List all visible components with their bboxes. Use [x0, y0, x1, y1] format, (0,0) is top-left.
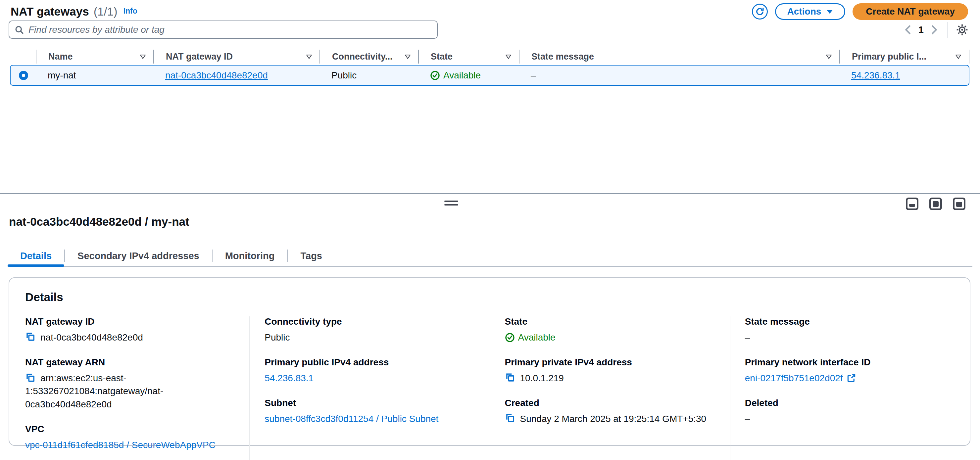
copy-icon[interactable] — [25, 332, 35, 341]
field-label: State message — [745, 316, 956, 327]
actions-button[interactable]: Actions — [775, 3, 846, 20]
page-title-group: NAT gateways (1/1) Info — [11, 5, 137, 18]
details-column-3: State Available Primary private IPv4 add… — [490, 316, 730, 460]
network-interface-link[interactable]: eni-0217f5b751e02d02f — [745, 372, 843, 385]
field-state-message: State message – — [745, 316, 956, 344]
next-page-button[interactable] — [927, 22, 942, 37]
field-value: 10.0.1.219 — [520, 372, 564, 385]
pagination: 1 — [900, 21, 970, 38]
split-panel-border — [0, 193, 980, 194]
field-label: Subnet — [264, 398, 476, 408]
filter-icon[interactable] — [306, 54, 312, 59]
field-label: Deleted — [745, 398, 956, 408]
field-deleted: Deleted – — [745, 398, 956, 425]
divider — [948, 22, 948, 38]
panel-size-full-icon[interactable] — [953, 198, 966, 210]
panel-size-half-icon[interactable] — [929, 198, 942, 210]
page-header: NAT gateways (1/1) Info Actions Create N… — [11, 3, 968, 21]
field-label: NAT gateway ARN — [25, 357, 236, 368]
gear-icon — [956, 23, 969, 36]
details-column-1: NAT gateway ID nat-0ca3bc40d48e82e0d NAT… — [9, 316, 249, 460]
create-nat-gateway-button[interactable]: Create NAT gateway — [853, 3, 968, 20]
split-panel-size-controls — [906, 198, 966, 210]
field-state: State Available — [505, 316, 716, 344]
column-header-connectivity[interactable]: Connectivity... — [320, 50, 418, 63]
tab-tags[interactable]: Tags — [288, 246, 335, 266]
column-header-nat-gateway-id[interactable]: NAT gateway ID — [153, 50, 320, 63]
primary-public-ip-link[interactable]: 54.236.83.1 — [851, 70, 900, 81]
field-connectivity-type: Connectivity type Public — [264, 316, 476, 344]
drag-handle-bar — [444, 204, 458, 206]
refresh-button[interactable] — [752, 4, 768, 19]
create-button-label: Create NAT gateway — [866, 6, 955, 17]
column-header-primary-public-ip[interactable]: Primary public I... — [839, 50, 969, 63]
copy-icon[interactable] — [505, 372, 515, 382]
tab-details[interactable]: Details — [8, 246, 64, 266]
field-value: Public — [264, 331, 290, 344]
details-heading: Details — [25, 290, 970, 304]
nat-gateway-id-link[interactable]: nat-0ca3bc40d48e82e0d — [165, 70, 268, 81]
column-header-state[interactable]: State — [418, 50, 519, 63]
status-available-icon — [505, 333, 515, 343]
split-panel-title: nat-0ca3bc40d48e82e0d / my-nat — [9, 215, 189, 228]
actions-button-label: Actions — [788, 6, 821, 17]
filter-icon[interactable] — [505, 54, 512, 59]
external-link-icon — [847, 374, 856, 382]
field-primary-network-interface-id: Primary network interface ID eni-0217f5b… — [745, 357, 956, 385]
primary-public-ip-link[interactable]: 54.236.83.1 — [264, 372, 313, 385]
field-subnet: Subnet subnet-08ffc3cd3f0d11254 / Public… — [264, 398, 476, 425]
chevron-left-icon — [904, 25, 912, 35]
cell-name: my-nat — [37, 70, 154, 81]
field-value: – — [745, 412, 750, 425]
copy-icon[interactable] — [25, 373, 35, 382]
field-primary-public-ip: Primary public IPv4 address 54.236.83.1 — [264, 357, 476, 385]
tab-monitoring[interactable]: Monitoring — [213, 246, 287, 266]
field-vpc: VPC vpc-011d1f61cfed8185d / SecureWebApp… — [25, 424, 236, 451]
page-title: NAT gateways — [11, 5, 89, 18]
column-label: State message — [531, 52, 594, 62]
row-radio-selected[interactable] — [19, 71, 28, 80]
details-column-4: State message – Primary network interfac… — [730, 316, 970, 460]
refresh-icon — [755, 7, 764, 16]
table-row[interactable]: my-nat nat-0ca3bc40d48e82e0d Public Avai… — [10, 65, 969, 86]
column-label: Primary public I... — [852, 52, 926, 62]
vpc-link[interactable]: vpc-011d1f61cfed8185d / SecureWebAppVPC — [25, 438, 216, 451]
column-header-state-message[interactable]: State message — [519, 50, 839, 63]
selection-column-header — [10, 50, 36, 63]
cell-nat-gateway-id: nat-0ca3bc40d48e82e0d — [154, 70, 320, 81]
current-page[interactable]: 1 — [918, 24, 924, 35]
chevron-right-icon — [931, 25, 938, 35]
filter-icon[interactable] — [826, 54, 832, 59]
field-value: Sunday 2 March 2025 at 19:25:14 GMT+5:30 — [520, 412, 706, 425]
field-label: Primary public IPv4 address — [264, 357, 476, 368]
filter-icon[interactable] — [404, 54, 411, 59]
details-grid: NAT gateway ID nat-0ca3bc40d48e82e0d NAT… — [9, 316, 970, 460]
table-header: Name NAT gateway ID Connectivity... Stat… — [10, 50, 969, 63]
table-settings-button[interactable] — [954, 22, 970, 38]
caret-down-icon — [826, 10, 833, 14]
row-select-cell — [11, 71, 37, 80]
info-link[interactable]: Info — [124, 6, 137, 16]
previous-page-button[interactable] — [900, 22, 915, 37]
filter-icon[interactable] — [955, 54, 961, 59]
cell-state-message: – — [519, 70, 840, 81]
search-input[interactable] — [29, 24, 432, 35]
field-label: Primary network interface ID — [745, 357, 956, 368]
subnet-link[interactable]: subnet-08ffc3cd3f0d11254 / Public Subnet — [264, 412, 438, 425]
split-panel-drag-handle[interactable] — [444, 201, 458, 208]
cell-connectivity: Public — [320, 70, 419, 81]
tab-secondary-ipv4-addresses[interactable]: Secondary IPv4 addresses — [65, 246, 212, 266]
column-header-name[interactable]: Name — [36, 50, 153, 63]
field-value: arn:aws:ec2:us-east-1:533267021084:natga… — [25, 373, 163, 409]
cell-primary-public-ip: 54.236.83.1 — [840, 70, 969, 81]
field-label: State — [505, 316, 716, 327]
field-value: – — [745, 331, 750, 344]
filter-icon[interactable] — [140, 54, 146, 59]
status-available-icon — [430, 70, 440, 81]
copy-icon[interactable] — [505, 413, 515, 423]
details-container: Details NAT gateway ID nat-0ca3bc40d48e8… — [9, 277, 970, 446]
field-label: Connectivity type — [264, 316, 476, 327]
search-box — [9, 21, 438, 39]
panel-size-small-icon[interactable] — [906, 198, 918, 210]
field-primary-private-ip: Primary private IPv4 address 10.0.1.219 — [505, 357, 716, 385]
